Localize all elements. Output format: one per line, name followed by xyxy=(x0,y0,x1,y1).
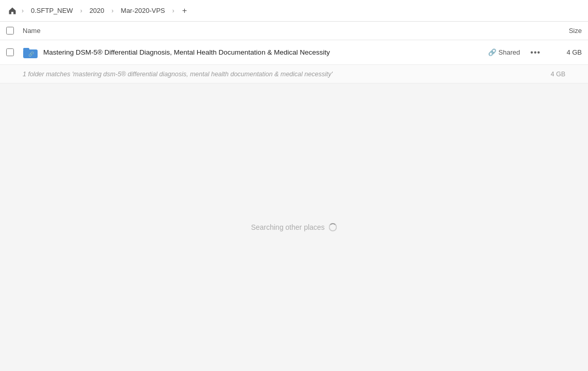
match-info-text: 1 folder matches 'mastering dsm-5® diffe… xyxy=(23,71,534,78)
select-all-checkbox[interactable] xyxy=(6,27,14,35)
add-tab-button[interactable]: + xyxy=(178,4,192,18)
match-info-size: 4 GB xyxy=(534,71,565,78)
searching-indicator: Searching other places xyxy=(251,223,337,231)
svg-text:🔗: 🔗 xyxy=(28,51,34,57)
file-checkbox-area[interactable] xyxy=(6,48,23,56)
content-area: Searching other places xyxy=(0,83,588,371)
file-size: 4 GB xyxy=(551,48,582,56)
name-column-header: Name xyxy=(23,27,541,35)
breadcrumb-chevron-2: › xyxy=(112,7,114,14)
breadcrumb-item-1[interactable]: 2020 xyxy=(85,5,109,16)
more-dots-icon: ••• xyxy=(530,48,541,57)
file-checkbox[interactable] xyxy=(6,48,14,56)
breadcrumb-item-2[interactable]: Mar-2020-VPS xyxy=(117,5,169,16)
file-icon: 🔗 xyxy=(23,44,39,61)
file-name: Mastering DSM-5® Differential Diagnosis,… xyxy=(43,48,488,56)
file-more-button[interactable]: ••• xyxy=(528,45,543,60)
link-icon: 🔗 xyxy=(488,48,496,56)
breadcrumb-bar: › 0.SFTP_NEW › 2020 › Mar-2020-VPS › + xyxy=(0,0,588,22)
loading-spinner xyxy=(329,223,337,231)
file-shared-area: 🔗 Shared xyxy=(488,48,520,56)
size-column-header: Size xyxy=(541,27,582,35)
breadcrumb-chevron-1: › xyxy=(80,7,82,14)
breadcrumb-item-0[interactable]: 0.SFTP_NEW xyxy=(27,5,77,16)
page-layout: › 0.SFTP_NEW › 2020 › Mar-2020-VPS › + N… xyxy=(0,0,588,371)
searching-label: Searching other places xyxy=(251,223,324,231)
breadcrumb-chevron-0: › xyxy=(22,7,24,14)
file-row[interactable]: 🔗 Mastering DSM-5® Differential Diagnosi… xyxy=(0,40,588,65)
breadcrumb-chevron-3: › xyxy=(172,7,175,14)
select-all-checkbox-area[interactable] xyxy=(6,27,23,35)
shared-label: Shared xyxy=(498,48,520,56)
home-button[interactable] xyxy=(6,5,19,17)
match-info-row: 1 folder matches 'mastering dsm-5® diffe… xyxy=(0,65,588,83)
column-headers: Name Size xyxy=(0,22,588,40)
